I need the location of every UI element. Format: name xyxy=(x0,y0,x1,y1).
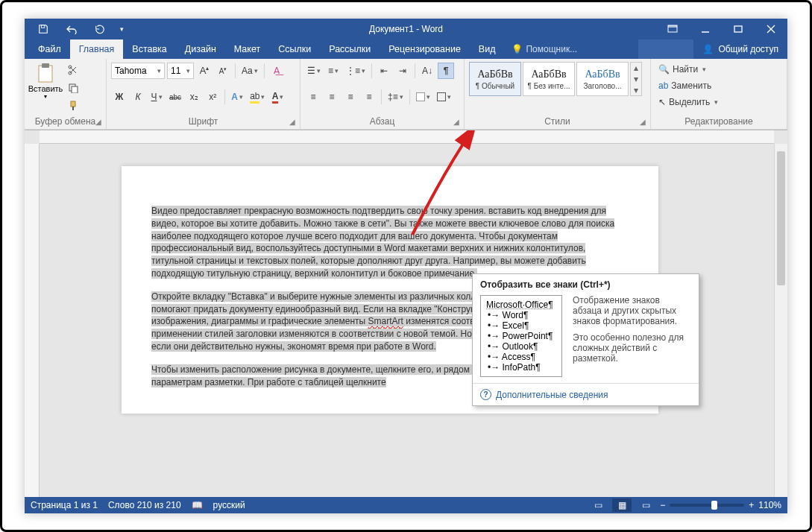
tab-layout[interactable]: Макет xyxy=(225,39,269,59)
justify-button[interactable]: ≡ xyxy=(361,89,377,105)
save-button[interactable] xyxy=(31,20,56,38)
cut-button[interactable] xyxy=(65,62,81,78)
view-web-button[interactable]: ▭ xyxy=(636,498,655,512)
style-normal[interactable]: АаБбВв¶ Обычный xyxy=(469,62,521,96)
qat-customize-button[interactable]: ▾ xyxy=(116,20,128,38)
paste-button[interactable]: Вставить ▾ xyxy=(29,62,62,100)
multilevel-button[interactable]: ⋮≡▾ xyxy=(344,63,368,79)
sort-button[interactable]: A↓ xyxy=(419,63,435,79)
font-name-combo[interactable]: Tahoma▾ xyxy=(111,63,165,79)
tooltip-preview: Microsoft·Office¶ •→ Word¶ •→ Excel¶ •→ … xyxy=(480,295,562,377)
italic-button[interactable]: К xyxy=(130,89,146,105)
undo-button[interactable] xyxy=(59,20,84,38)
search-icon: 🔍 xyxy=(658,64,670,75)
increase-indent-button[interactable]: ⇥ xyxy=(394,63,411,79)
tab-insert[interactable]: Вставка xyxy=(123,39,175,59)
maximize-button[interactable] xyxy=(722,19,755,39)
align-left-button[interactable]: ≡ xyxy=(305,89,321,105)
svg-rect-11 xyxy=(71,101,75,107)
copy-button[interactable] xyxy=(65,80,81,96)
scrollbar-vertical[interactable] xyxy=(774,144,787,497)
text-effects-button[interactable]: A▾ xyxy=(229,89,245,105)
svg-rect-2 xyxy=(668,25,677,28)
align-center-button[interactable]: ≡ xyxy=(324,89,340,105)
style-heading1[interactable]: АаБбВвЗаголово... xyxy=(576,62,629,96)
status-language[interactable]: русский xyxy=(213,500,245,510)
show-hide-marks-button[interactable]: ¶ xyxy=(438,63,454,79)
change-case-button[interactable]: Aa▾ xyxy=(239,63,260,79)
strikethrough-button[interactable]: abc xyxy=(167,89,183,105)
shrink-font-button[interactable]: A▾ xyxy=(215,63,231,79)
close-button[interactable] xyxy=(755,19,787,39)
pilcrow-tooltip: Отобразить все знаки (Ctrl+*) Microsoft·… xyxy=(472,273,699,406)
clipboard-icon xyxy=(35,62,56,84)
tab-mailings[interactable]: Рассылки xyxy=(320,39,380,59)
decrease-indent-button[interactable]: ⇤ xyxy=(376,63,392,79)
tab-references[interactable]: Ссылки xyxy=(269,39,320,59)
align-right-button[interactable]: ≡ xyxy=(342,89,359,105)
highlight-button[interactable]: ab▾ xyxy=(248,89,267,105)
scrollbar-thumb[interactable] xyxy=(777,151,785,285)
tab-design[interactable]: Дизайн xyxy=(176,39,225,59)
bullets-button[interactable]: ☰▾ xyxy=(305,63,323,79)
doc-paragraph[interactable]: Видео предоставляет прекрасную возможнос… xyxy=(151,206,614,279)
tab-review[interactable]: Рецензирование xyxy=(380,39,470,59)
group-styles: АаБбВв¶ Обычный АаБбВв¶ Без инте... АаБб… xyxy=(465,59,651,129)
zoom-slider[interactable] xyxy=(670,504,744,507)
grow-font-button[interactable]: A▴ xyxy=(196,63,213,79)
font-size-combo[interactable]: 11▾ xyxy=(167,63,194,79)
dialog-launcher-icon[interactable]: ◢ xyxy=(95,118,101,126)
font-color-button[interactable]: A▾ xyxy=(269,89,286,105)
status-words[interactable]: Слово 210 из 210 xyxy=(108,500,181,510)
format-painter-button[interactable] xyxy=(65,98,81,114)
minimize-button[interactable] xyxy=(689,19,722,39)
scissors-icon xyxy=(68,65,78,75)
find-button[interactable]: 🔍Найти▾ xyxy=(655,62,782,77)
ribbon: Вставить ▾ Буфер обмена◢ Tahoma▾ 11▾ A▴ … xyxy=(25,59,787,130)
tab-home[interactable]: Главная xyxy=(70,39,124,59)
tab-view[interactable]: Вид xyxy=(470,39,505,59)
style-no-spacing[interactable]: АаБбВв¶ Без инте... xyxy=(523,62,575,96)
status-proofing-icon[interactable]: 📖 xyxy=(192,500,203,510)
view-read-button[interactable]: ▭ xyxy=(588,498,608,512)
ruler-vertical[interactable] xyxy=(25,144,40,497)
share-button[interactable]: 👤Общий доступ xyxy=(693,39,787,59)
shading-button[interactable]: ▾ xyxy=(414,89,432,105)
zoom-in-button[interactable]: + xyxy=(749,500,754,510)
borders-button[interactable]: ▾ xyxy=(435,89,453,105)
dialog-launcher-icon[interactable]: ◢ xyxy=(453,118,459,126)
dialog-launcher-icon[interactable]: ◢ xyxy=(289,118,295,126)
zoom-level[interactable]: 110% xyxy=(758,500,781,510)
tooltip-more-link[interactable]: ? Дополнительные сведения xyxy=(473,383,699,405)
group-paragraph: ☰▾ ≡▾ ⋮≡▾ ⇤ ⇥ A↓ ¶ ≡ ≡ ≡ ≡ ‡≡▾ ▾ ▾ Абзац… xyxy=(300,59,465,129)
svg-rect-5 xyxy=(39,66,52,82)
share-icon: 👤 xyxy=(702,44,714,54)
subscript-button[interactable]: x₂ xyxy=(186,89,202,105)
account-user[interactable] xyxy=(638,39,694,59)
title-bar: ▾ Документ1 - Word xyxy=(25,19,787,39)
line-spacing-button[interactable]: ‡≡▾ xyxy=(385,89,406,105)
underline-button[interactable]: Ч▾ xyxy=(148,89,165,105)
svg-rect-10 xyxy=(72,86,78,93)
zoom-out-button[interactable]: − xyxy=(660,500,665,510)
superscript-button[interactable]: x² xyxy=(204,89,221,105)
replace-button[interactable]: abЗаменить xyxy=(655,78,782,93)
clear-formatting-button[interactable]: A͟ xyxy=(268,63,285,79)
copy-icon xyxy=(68,83,78,93)
status-bar: Страница 1 из 1 Слово 210 из 210 📖 русск… xyxy=(25,497,787,513)
replace-icon: ab xyxy=(658,80,668,91)
ruler-horizontal[interactable] xyxy=(40,130,774,144)
svg-rect-4 xyxy=(734,26,742,32)
dialog-launcher-icon[interactable]: ◢ xyxy=(640,118,646,126)
styles-gallery-more[interactable]: ▴▾▾ xyxy=(630,62,642,96)
ribbon-display-button[interactable] xyxy=(656,19,689,39)
status-page[interactable]: Страница 1 из 1 xyxy=(31,500,98,510)
bold-button[interactable]: Ж xyxy=(111,89,128,105)
tell-me-search[interactable]: 💡Помощник... xyxy=(504,39,585,59)
select-button[interactable]: ↖Выделить▾ xyxy=(655,95,782,110)
numbering-button[interactable]: ≡▾ xyxy=(325,63,342,79)
view-print-button[interactable]: ▦ xyxy=(612,498,632,512)
cursor-icon: ↖ xyxy=(658,97,666,107)
redo-button[interactable] xyxy=(87,20,113,38)
tab-file[interactable]: Файл xyxy=(29,39,70,59)
